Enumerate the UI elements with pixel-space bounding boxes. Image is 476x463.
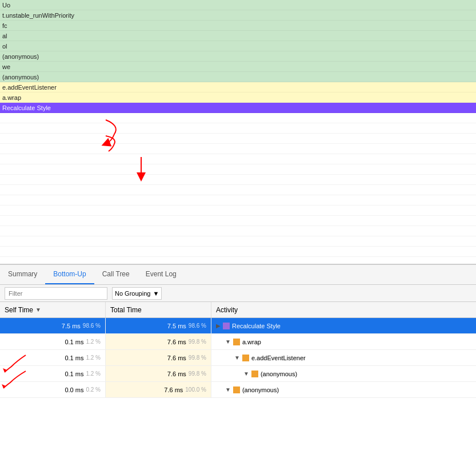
self-ms: 0.1 ms xyxy=(65,355,83,361)
cell-self-time: 0.0 ms0.2 % xyxy=(0,382,106,397)
total-pct: 99.8 % xyxy=(189,355,206,361)
table-row[interactable]: 0.1 ms1.2 %7.6 ms99.8 %▼e.addEventListen… xyxy=(0,350,476,366)
self-ms: 7.5 ms xyxy=(62,323,81,329)
activity-color-icon xyxy=(233,386,240,393)
total-ms: 7.5 ms xyxy=(167,323,186,329)
flame-row xyxy=(0,175,476,185)
flame-row xyxy=(0,216,476,226)
cell-total-time: 7.6 ms99.8 % xyxy=(106,334,211,349)
flame-row xyxy=(0,144,476,154)
grouping-dropdown[interactable]: No Grouping ▼ xyxy=(112,287,162,300)
expand-arrow-icon[interactable]: ▼ xyxy=(234,355,240,361)
sort-arrow-icon: ▼ xyxy=(35,307,41,313)
total-time-label: Total Time xyxy=(110,306,142,314)
self-ms: 0.1 ms xyxy=(65,339,83,345)
flame-row: (anonymous) xyxy=(0,72,476,82)
flame-row: a.wrap xyxy=(0,92,476,103)
flame-row-label: a.wrap xyxy=(2,94,21,101)
tab-bar: SummaryBottom-UpCall TreeEvent Log xyxy=(0,265,476,285)
expand-arrow-icon[interactable]: ▼ xyxy=(225,339,231,345)
flame-chart: Uot.unstable_runWithPriorityfcalol(anony… xyxy=(0,0,476,264)
cell-total-time: 7.6 ms100.0 % xyxy=(106,382,211,397)
total-pct: 99.8 % xyxy=(189,371,206,377)
total-ms: 7.6 ms xyxy=(167,371,186,377)
activity-name-label: a.wrap xyxy=(242,339,261,345)
flame-row-label: fc xyxy=(2,22,7,29)
self-pct: 1.2 % xyxy=(86,339,101,345)
flame-row xyxy=(0,236,476,247)
table-row[interactable]: 0.1 ms1.2 %7.6 ms99.8 %▼a.wrap xyxy=(0,334,476,350)
flame-row xyxy=(0,134,476,144)
total-pct: 100.0 % xyxy=(185,386,206,393)
flame-row: al xyxy=(0,31,476,41)
flame-row: e.addEventListener xyxy=(0,82,476,92)
flame-row-label: we xyxy=(2,63,10,70)
expand-arrow-icon[interactable]: ▼ xyxy=(243,371,249,377)
table-row[interactable]: 0.0 ms0.2 %7.6 ms100.0 %▼(anonymous) xyxy=(0,382,476,398)
flame-row: (anonymous) xyxy=(0,51,476,62)
activity-color-icon xyxy=(242,355,249,361)
flame-row: t.unstable_runWithPriority xyxy=(0,10,476,21)
flame-row xyxy=(0,164,476,175)
table-header: Self Time ▼ Total Time Activity xyxy=(0,302,476,318)
activity-name-label: e.addEventListener xyxy=(251,355,306,361)
tab-event-log[interactable]: Event Log xyxy=(138,265,185,284)
total-pct: 99.8 % xyxy=(189,339,206,345)
cell-activity: ▶Recalculate Style xyxy=(211,318,476,333)
total-pct: 98.6 % xyxy=(189,323,206,329)
tab-call-tree[interactable]: Call Tree xyxy=(94,265,138,284)
activity-name-label: Recalculate Style xyxy=(232,323,281,329)
flame-row-label: (anonymous) xyxy=(2,53,39,60)
cell-self-time: 0.1 ms1.2 % xyxy=(0,350,106,365)
flame-row-label: Recalculate Style xyxy=(2,104,51,111)
cell-activity: ▼e.addEventListener xyxy=(211,350,476,365)
cell-total-time: 7.6 ms99.8 % xyxy=(106,350,211,365)
flame-row-label: Uo xyxy=(2,2,10,9)
flame-row-label: al xyxy=(2,33,7,39)
flame-row-label: ol xyxy=(2,43,7,50)
activity-label: Activity xyxy=(216,306,238,314)
flame-row: Recalculate Style xyxy=(0,103,476,113)
total-ms: 7.6 ms xyxy=(167,355,186,361)
tab-summary[interactable]: Summary xyxy=(0,265,45,284)
total-time-header[interactable]: Total Time xyxy=(106,302,211,317)
flame-row xyxy=(0,226,476,236)
flame-row-label: e.addEventListener xyxy=(2,84,57,91)
cell-self-time: 7.5 ms98.6 % xyxy=(0,318,106,333)
total-ms: 7.6 ms xyxy=(167,339,186,345)
self-pct: 98.6 % xyxy=(83,323,101,329)
cell-self-time: 0.1 ms1.2 % xyxy=(0,366,106,381)
cell-activity: ▼a.wrap xyxy=(211,334,476,349)
table-row[interactable]: 0.1 ms1.2 %7.6 ms99.8 %▼(anonymous) xyxy=(0,366,476,382)
data-table: Self Time ▼ Total Time Activity 7.5 ms98… xyxy=(0,302,476,463)
self-time-label: Self Time xyxy=(5,306,33,314)
activity-name-label: (anonymous) xyxy=(242,386,279,393)
cell-total-time: 7.6 ms99.8 % xyxy=(106,366,211,381)
cell-activity: ▼(anonymous) xyxy=(211,382,476,397)
flame-row xyxy=(0,123,476,134)
grouping-label: No Grouping xyxy=(115,290,150,297)
self-ms: 0.0 ms xyxy=(65,386,83,393)
activity-header: Activity xyxy=(211,302,476,317)
activity-color-icon xyxy=(233,339,240,345)
flame-row xyxy=(0,113,476,123)
flame-row: fc xyxy=(0,21,476,31)
cell-total-time: 7.5 ms98.6 % xyxy=(106,318,211,333)
total-ms: 7.6 ms xyxy=(164,386,183,393)
flame-chart-container: Uot.unstable_runWithPriorityfcalol(anony… xyxy=(0,0,476,264)
toolbar: No Grouping ▼ xyxy=(0,285,476,302)
table-row[interactable]: 7.5 ms98.6 %7.5 ms98.6 %▶Recalculate Sty… xyxy=(0,318,476,334)
flame-row: Uo xyxy=(0,0,476,10)
cell-activity: ▼(anonymous) xyxy=(211,366,476,381)
self-ms: 0.1 ms xyxy=(65,371,83,377)
expand-arrow-icon[interactable]: ▼ xyxy=(225,386,231,393)
filter-input[interactable] xyxy=(5,287,107,300)
flame-row xyxy=(0,206,476,216)
self-pct: 1.2 % xyxy=(86,371,101,377)
expand-arrow-icon[interactable]: ▶ xyxy=(216,323,221,329)
self-time-header[interactable]: Self Time ▼ xyxy=(0,302,106,317)
tab-bottom-up[interactable]: Bottom-Up xyxy=(45,265,94,284)
flame-row: ol xyxy=(0,41,476,51)
flame-row xyxy=(0,154,476,164)
flame-row xyxy=(0,195,476,206)
